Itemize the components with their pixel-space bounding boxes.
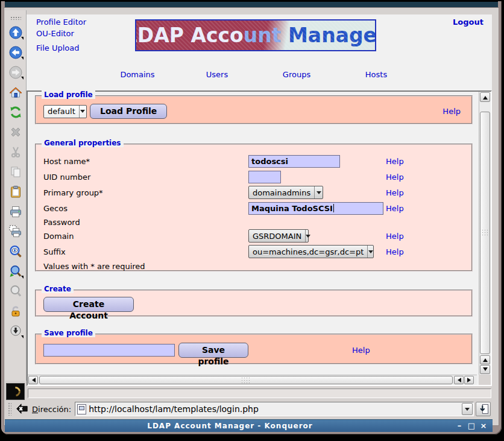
vertical-scrollbar[interactable] — [479, 92, 491, 375]
vertical-scroll-thumb[interactable] — [480, 112, 490, 354]
domain-select[interactable]: GSRDOMAIN — [248, 229, 309, 243]
uid-number-input[interactable] — [248, 171, 281, 183]
location-label: Dirección: — [32, 405, 71, 414]
down-arrow-button[interactable] — [7, 322, 24, 340]
host-name-help-link[interactable]: Help — [386, 157, 404, 166]
banner-text-2: unt — [244, 24, 282, 47]
url-text[interactable]: http://localhost/lam/templates/login.php — [89, 404, 462, 414]
scroll-down-button[interactable] — [480, 365, 490, 374]
save-profile-fieldset: Save profile Save profile Help — [35, 334, 473, 364]
cut-button[interactable] — [7, 143, 24, 160]
window-titlebar[interactable]: LDAP Account Manager - Konqueror – □ × — [5, 419, 493, 432]
gecos-help-link[interactable]: Help — [386, 204, 404, 213]
link-ou-editor[interactable]: OU-Editor — [36, 29, 74, 38]
stop-button[interactable] — [7, 123, 24, 141]
save-profile-button[interactable]: Save profile — [178, 343, 248, 358]
domain-label: Domain — [43, 228, 248, 244]
scroll-left-button[interactable] — [28, 376, 38, 384]
up-button[interactable] — [7, 24, 24, 41]
find-icon — [8, 244, 23, 259]
save-profile-help-link[interactable]: Help — [352, 346, 370, 355]
window-top-edge — [5, 1, 498, 7]
domain-select-arrow[interactable] — [305, 230, 310, 242]
url-combobox[interactable]: http://localhost/lam/templates/login.php — [75, 402, 474, 416]
create-account-button[interactable]: Create Account — [43, 297, 134, 312]
horizontal-scroll-thumb[interactable] — [39, 376, 453, 384]
primary-group-select[interactable]: domainadmins — [248, 186, 323, 199]
link-file-upload[interactable]: File Upload — [36, 43, 79, 52]
cut-icon — [8, 145, 23, 159]
logout-link[interactable]: Logout — [453, 17, 484, 27]
lam-banner: LDAP Account Manager — [135, 19, 376, 51]
main-toolbar — [5, 10, 27, 381]
print-frame-icon — [8, 224, 23, 239]
url-dropdown-arrow[interactable] — [462, 403, 473, 415]
text-caret — [333, 204, 334, 212]
forward-button[interactable] — [7, 63, 24, 81]
general-properties-fieldset: General properties Host name* todoscsi H… — [35, 144, 473, 271]
home-button[interactable] — [7, 83, 24, 101]
banner-text-1: LDAP Acco — [135, 24, 244, 47]
host-name-input[interactable]: todoscsi — [248, 155, 340, 168]
print-button[interactable] — [7, 203, 24, 220]
copy-button[interactable] — [7, 163, 24, 180]
load-profile-legend: Load profile — [42, 90, 95, 99]
minimize-button[interactable]: – — [455, 422, 464, 430]
close-button[interactable]: × — [479, 422, 488, 430]
link-profile-editor[interactable]: Profile Editor — [36, 17, 86, 27]
horizontal-scrollbar[interactable] — [28, 375, 477, 385]
gecos-input[interactable]: Maquina TodoSCSI — [248, 202, 383, 215]
suffix-label: Suffix — [43, 244, 248, 259]
clear-location-icon — [15, 402, 28, 416]
zoom-in-button[interactable] — [7, 262, 24, 280]
scroll-up-button-2[interactable] — [480, 355, 490, 364]
print-frame-button[interactable] — [7, 223, 24, 240]
primary-group-select-arrow[interactable] — [314, 186, 323, 198]
screen: Profile Editor OU-Editor File Upload LDA… — [0, 0, 504, 441]
scroll-up-button[interactable] — [480, 92, 490, 102]
profile-select-arrow[interactable] — [79, 106, 86, 118]
window-chrome: Profile Editor OU-Editor File Upload LDA… — [4, 7, 499, 426]
suffix-help-link[interactable]: Help — [386, 247, 404, 256]
profile-select[interactable]: default — [43, 105, 87, 118]
nav-users[interactable]: Users — [177, 70, 257, 79]
clear-location-button[interactable] — [14, 402, 30, 416]
toolbar-grip[interactable] — [10, 16, 21, 20]
back-button[interactable] — [7, 43, 24, 61]
scroll-right-button[interactable] — [464, 376, 474, 384]
uid-number-help-link[interactable]: Help — [386, 173, 404, 182]
password-label: Password — [43, 216, 248, 228]
go-button[interactable] — [476, 402, 491, 416]
domain-help-link[interactable]: Help — [386, 232, 404, 241]
location-toolbar-grip[interactable] — [8, 402, 11, 416]
suffix-select[interactable]: ou=machines,dc=gsr,dc=pt — [248, 245, 374, 258]
security-button[interactable] — [7, 302, 24, 320]
security-lock-icon — [8, 304, 23, 319]
maximize-button[interactable]: □ — [467, 422, 476, 430]
save-profile-legend: Save profile — [42, 329, 95, 337]
required-note: Values with * are required — [36, 259, 471, 271]
create-fieldset: Create Create Account — [35, 290, 473, 317]
nav-domains[interactable]: Domains — [98, 70, 177, 79]
nav-groups[interactable]: Groups — [257, 70, 336, 79]
nav-hosts[interactable]: Hosts — [336, 70, 416, 79]
konqueror-window: Profile Editor OU-Editor File Upload LDA… — [1, 1, 502, 434]
zoom-out-button[interactable] — [7, 282, 24, 300]
zoom-out-icon — [8, 284, 23, 299]
status-bar — [27, 388, 493, 399]
reload-button[interactable] — [7, 103, 24, 121]
load-profile-button[interactable]: Load Profile — [90, 104, 167, 119]
find-button[interactable] — [7, 243, 24, 260]
save-profile-name-input[interactable] — [43, 344, 175, 357]
scroll-left-button-2[interactable] — [454, 376, 464, 384]
paste-button[interactable] — [7, 183, 24, 200]
banner-text-3: Manager — [282, 24, 376, 47]
window-controls: – □ × — [455, 422, 488, 430]
primary-group-help-link[interactable]: Help — [386, 188, 404, 197]
load-profile-help-link[interactable]: Help — [443, 107, 461, 116]
window-title: LDAP Account Manager - Konqueror — [5, 422, 455, 430]
home-icon — [8, 85, 23, 100]
suffix-select-arrow[interactable] — [367, 246, 373, 258]
nav-tabs: Domains Users Groups Hosts — [98, 70, 416, 79]
print-icon — [8, 205, 23, 219]
